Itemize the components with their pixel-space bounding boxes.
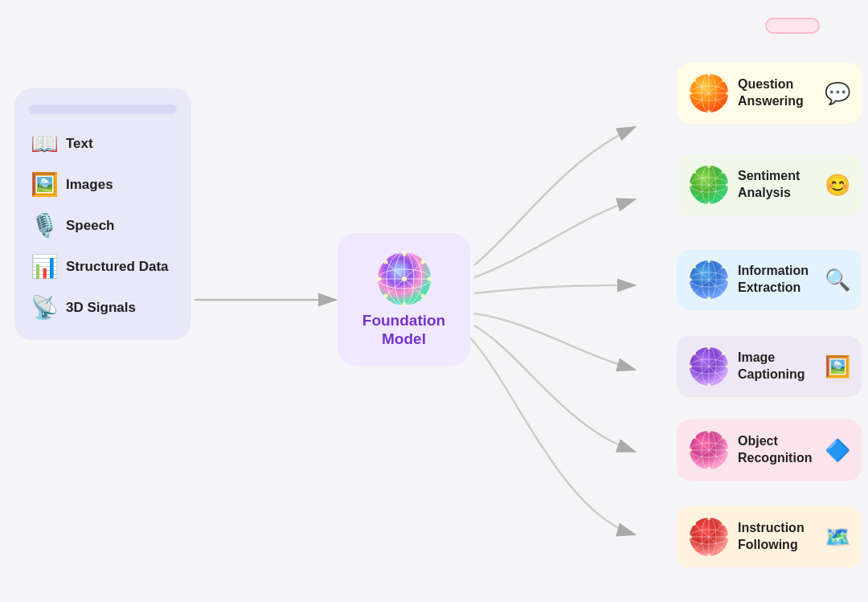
data-icon-1: 🖼️	[29, 171, 59, 198]
svg-point-81	[722, 436, 725, 439]
task-label-0: QuestionAnswering	[738, 76, 817, 110]
task-sphere-icon-3	[688, 346, 730, 387]
data-icon-2: 🎙️	[29, 212, 59, 239]
task-icon-2: 🔍	[825, 268, 850, 293]
svg-point-53	[726, 278, 729, 281]
svg-point-65	[689, 365, 692, 368]
svg-point-15	[420, 293, 424, 297]
data-item-label-3: Structured Data	[66, 259, 169, 275]
task-card-image: ImageCaptioning 🖼️	[677, 336, 862, 397]
svg-point-89	[707, 517, 710, 520]
foundation-model-label: FoundationModel	[362, 312, 445, 349]
svg-point-24	[707, 73, 710, 76]
svg-point-51	[707, 297, 710, 300]
svg-point-16	[402, 276, 407, 281]
task-sphere-icon-5	[688, 516, 730, 558]
task-label-4: ObjectRecognition	[738, 433, 817, 467]
task-card-sentiment: SentimentAnalysis 😊	[677, 154, 862, 215]
tasks-title	[765, 18, 820, 34]
svg-point-27	[726, 92, 729, 95]
svg-point-67	[693, 352, 696, 355]
svg-point-37	[707, 165, 710, 168]
svg-point-94	[722, 522, 725, 526]
svg-point-90	[707, 554, 710, 557]
task-card-object: ObjectRecognition 🔷	[677, 420, 862, 481]
svg-point-55	[722, 265, 725, 268]
svg-point-39	[689, 183, 692, 186]
data-title	[29, 104, 177, 114]
svg-point-50	[707, 260, 710, 263]
svg-point-93	[693, 522, 696, 526]
data-icon-4: 📡	[29, 294, 59, 321]
foundation-sphere-icon	[376, 251, 432, 307]
data-item-label-1: Images	[66, 177, 113, 193]
svg-point-68	[722, 352, 725, 355]
svg-point-42	[722, 170, 725, 174]
svg-point-13	[420, 260, 424, 264]
data-item-3d-signals: 📡 3D Signals	[29, 294, 177, 321]
svg-point-52	[689, 278, 692, 281]
svg-point-54	[693, 265, 696, 268]
svg-point-76	[707, 430, 710, 433]
svg-point-14	[383, 293, 387, 297]
data-item-structured-data: 📊 Structured Data	[29, 253, 177, 280]
svg-point-25	[707, 110, 710, 113]
svg-point-79	[726, 448, 729, 452]
svg-point-28	[693, 79, 696, 82]
data-item-label-0: Text	[66, 136, 93, 152]
svg-point-66	[726, 365, 729, 368]
svg-point-63	[707, 346, 710, 350]
data-icon-3: 📊	[29, 253, 59, 280]
svg-point-40	[726, 183, 729, 186]
task-label-3: ImageCaptioning	[738, 350, 817, 383]
task-label-1: SentimentAnalysis	[738, 168, 817, 202]
data-item-label-2: Speech	[66, 218, 114, 234]
task-icon-1: 😊	[825, 173, 850, 198]
svg-point-41	[693, 170, 696, 174]
data-item-speech: 🎙️ Speech	[29, 212, 177, 239]
svg-point-91	[689, 535, 692, 539]
svg-point-29	[722, 79, 725, 82]
data-item-images: 🖼️ Images	[29, 171, 177, 198]
task-sphere-icon-2	[688, 259, 730, 301]
task-sphere-icon-0	[688, 72, 730, 114]
data-icon-0: 📖	[29, 130, 59, 157]
task-sphere-icon-1	[688, 164, 730, 206]
task-card-instruction: InstructionFollowing 🗺️	[677, 506, 862, 567]
svg-point-80	[693, 436, 696, 439]
task-card-information: InformationExtraction 🔍	[677, 249, 862, 310]
task-icon-3: 🖼️	[825, 354, 850, 379]
data-item-text: 📖 Text	[29, 130, 177, 157]
data-panel: 📖 Text 🖼️ Images 🎙️ Speech 📊 Structured …	[14, 88, 191, 340]
svg-point-38	[707, 202, 710, 205]
svg-point-26	[689, 92, 692, 95]
svg-point-10	[377, 276, 381, 281]
foundation-model-box: FoundationModel	[338, 233, 470, 366]
data-item-label-4: 3D Signals	[66, 300, 136, 316]
task-label-2: InformationExtraction	[738, 263, 817, 297]
task-icon-4: 🔷	[825, 438, 850, 463]
svg-point-64	[707, 383, 710, 387]
svg-point-78	[689, 448, 692, 452]
svg-point-9	[402, 301, 406, 305]
task-label-5: InstructionFollowing	[738, 520, 817, 554]
task-card-question: QuestionAnswering 💬	[677, 63, 862, 124]
svg-point-8	[402, 252, 406, 256]
task-sphere-icon-4	[688, 429, 730, 471]
svg-point-11	[427, 276, 431, 281]
svg-point-77	[707, 467, 710, 470]
task-icon-5: 🗺️	[825, 525, 850, 550]
task-icon-0: 💬	[825, 81, 850, 106]
svg-point-92	[726, 535, 729, 539]
svg-point-12	[383, 260, 387, 264]
